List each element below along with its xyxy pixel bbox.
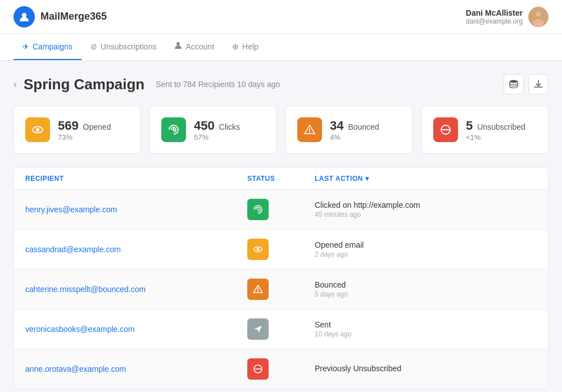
user-area: Dani McAllister dani@example.org bbox=[466, 7, 549, 27]
back-button[interactable]: ‹ bbox=[13, 79, 17, 90]
stats-row: 569 Opened 73% 450 Clicks 57% bbox=[13, 106, 549, 154]
nav-unsubscriptions-label: Unsubscriptions bbox=[101, 42, 157, 51]
svg-point-8 bbox=[510, 80, 518, 83]
nav-campaigns[interactable]: ✈ Campaigns bbox=[13, 34, 81, 60]
stat-bounced-info: 34 Bounced 4% bbox=[330, 118, 379, 142]
avatar bbox=[528, 7, 549, 27]
action-info: Opened email 2 days ago bbox=[315, 240, 537, 258]
download-button[interactable] bbox=[528, 74, 549, 94]
account-person-icon bbox=[174, 42, 182, 51]
opened-number: 569 bbox=[58, 118, 79, 133]
campaigns-icon: ✈ bbox=[22, 42, 29, 51]
action-info: Sent 10 days ago bbox=[315, 320, 537, 338]
app-logo-icon bbox=[13, 6, 35, 28]
clicks-percent: 57% bbox=[194, 133, 240, 142]
unsubscribed-percent: <1% bbox=[466, 133, 525, 142]
table-row: cahterine.misspellt@bounced.com Bounced … bbox=[14, 270, 548, 309]
svg-point-1 bbox=[22, 13, 26, 17]
action-text: Bounced bbox=[315, 280, 537, 289]
action-time: 5 days ago bbox=[315, 290, 537, 298]
unsubscribed-number: 5 bbox=[466, 118, 473, 133]
nav-unsubscriptions[interactable]: ⊘ Unsubscriptions bbox=[81, 34, 166, 60]
svg-point-13 bbox=[309, 132, 310, 133]
svg-point-7 bbox=[176, 42, 180, 45]
svg-point-11 bbox=[173, 129, 175, 131]
action-time: 45 minutes ago bbox=[315, 211, 537, 218]
app-name: MailMerge365 bbox=[40, 11, 107, 22]
user-name: Dani McAllister bbox=[466, 8, 523, 17]
sort-chevron-icon: ▾ bbox=[365, 175, 369, 183]
table-row: cassandrad@example.com Opened email 2 da… bbox=[14, 230, 548, 270]
svg-point-18 bbox=[257, 248, 260, 251]
page-title: Spring Campaign bbox=[24, 76, 144, 93]
status-badge-bounced bbox=[247, 279, 269, 300]
col-last-action-label: LAST ACTION bbox=[315, 175, 363, 183]
stat-unsubscribed: 5 Unsubscribed <1% bbox=[422, 106, 549, 154]
action-info: Bounced 5 days ago bbox=[315, 280, 537, 298]
status-badge-clicked bbox=[247, 199, 269, 220]
action-info: Clicked on http://example.com 45 minutes… bbox=[315, 200, 537, 218]
opened-label: Opened bbox=[83, 122, 111, 131]
recipients-table: RECIPIENT STATUS LAST ACTION ▾ henry.jiv… bbox=[13, 167, 549, 389]
nav-campaigns-label: Campaigns bbox=[33, 42, 72, 51]
stat-unsubscribed-info: 5 Unsubscribed <1% bbox=[466, 118, 525, 142]
status-badge-unsubscribed bbox=[247, 358, 269, 380]
recipient-email[interactable]: veronicasbooks@example.com bbox=[25, 325, 247, 334]
table-row: henry.jives@example.com Clicked on http:… bbox=[14, 190, 548, 230]
page-actions bbox=[504, 74, 549, 94]
user-email: dani@example.org bbox=[466, 17, 523, 25]
col-recipient: RECIPIENT bbox=[25, 175, 247, 183]
svg-point-20 bbox=[257, 291, 259, 292]
action-text: Previously Unsubscribed bbox=[315, 364, 537, 373]
opened-icon bbox=[25, 117, 50, 142]
user-info: Dani McAllister dani@example.org bbox=[466, 8, 523, 25]
main-nav: ✈ Campaigns ⊘ Unsubscriptions Account ⊕ … bbox=[0, 34, 562, 61]
opened-percent: 73% bbox=[58, 133, 111, 142]
svg-point-6 bbox=[533, 19, 544, 27]
bounced-percent: 4% bbox=[330, 133, 379, 142]
recipient-email[interactable]: henry.jives@example.com bbox=[25, 205, 247, 214]
bounced-icon bbox=[297, 117, 322, 142]
action-text: Clicked on http://example.com bbox=[315, 200, 537, 209]
nav-account-label: Account bbox=[185, 42, 214, 51]
stat-opened-info: 569 Opened 73% bbox=[58, 118, 111, 142]
svg-point-5 bbox=[536, 11, 541, 17]
stat-bounced: 34 Bounced 4% bbox=[285, 106, 413, 154]
action-text: Sent bbox=[315, 320, 537, 329]
page-header: ‹ Spring Campaign Sent to 784 Recipients… bbox=[13, 74, 549, 94]
bounced-number: 34 bbox=[330, 118, 343, 133]
action-text: Opened email bbox=[315, 240, 537, 249]
col-status: STATUS bbox=[247, 175, 315, 183]
clicks-number: 450 bbox=[194, 118, 215, 133]
stat-clicks-info: 450 Clicks 57% bbox=[194, 118, 240, 142]
recipient-email[interactable]: anne.orotava@example.com bbox=[25, 364, 247, 373]
action-time: 10 days ago bbox=[315, 330, 537, 338]
table-header: RECIPIENT STATUS LAST ACTION ▾ bbox=[14, 168, 548, 190]
status-badge-sent bbox=[247, 318, 269, 340]
page-subtitle: Sent to 784 Recipients 10 days ago bbox=[156, 80, 280, 89]
table-row: veronicasbooks@example.com Sent 10 days … bbox=[14, 309, 548, 349]
clicks-icon bbox=[161, 117, 186, 142]
action-info: Previously Unsubscribed bbox=[315, 364, 537, 374]
action-time: 2 days ago bbox=[315, 250, 537, 258]
logo-area: MailMerge365 bbox=[13, 6, 107, 28]
nav-help[interactable]: ⊕ Help bbox=[223, 34, 268, 60]
recipient-email[interactable]: cassandrad@example.com bbox=[25, 245, 247, 254]
stat-clicks: 450 Clicks 57% bbox=[149, 106, 277, 154]
table-row: anne.orotava@example.com Previously Unsu… bbox=[14, 349, 548, 389]
recipient-email[interactable]: cahterine.misspellt@bounced.com bbox=[25, 285, 247, 294]
main-content: ‹ Spring Campaign Sent to 784 Recipients… bbox=[0, 61, 562, 392]
col-last-action[interactable]: LAST ACTION ▾ bbox=[315, 175, 537, 183]
database-button[interactable] bbox=[504, 74, 524, 94]
bounced-label: Bounced bbox=[348, 122, 379, 131]
unsubscribed-icon bbox=[433, 117, 458, 142]
unsubscriptions-icon: ⊘ bbox=[90, 42, 97, 51]
page-header-left: ‹ Spring Campaign Sent to 784 Recipients… bbox=[13, 76, 280, 93]
svg-point-16 bbox=[257, 209, 259, 211]
stat-opened: 569 Opened 73% bbox=[13, 106, 140, 154]
nav-help-label: Help bbox=[242, 42, 259, 51]
nav-account[interactable]: Account bbox=[165, 34, 223, 60]
help-icon: ⊕ bbox=[232, 42, 239, 51]
status-badge-opened bbox=[247, 239, 269, 260]
unsubscribed-label: Unsubscribed bbox=[477, 122, 525, 131]
